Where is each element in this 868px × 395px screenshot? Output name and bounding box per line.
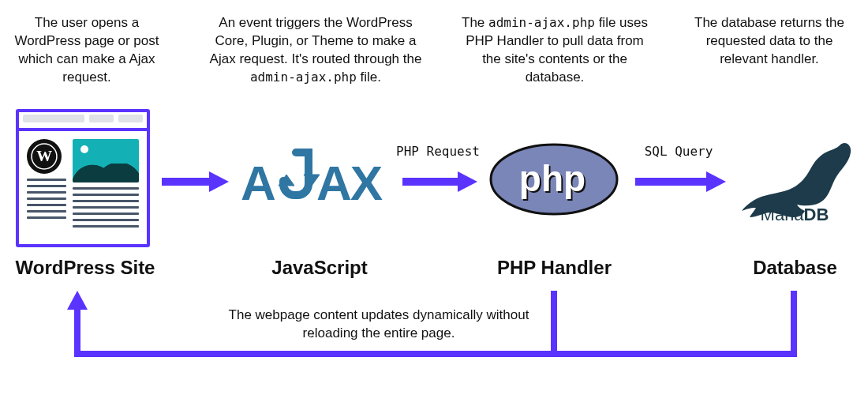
svg-marker-16 — [706, 171, 726, 192]
svg-text:AX: AX — [316, 156, 383, 210]
svg-marker-14 — [458, 171, 477, 192]
ajax-flow-diagram: The user opens a WordPress page or post … — [0, 0, 868, 395]
browser-window-icon: W — [16, 109, 150, 247]
arrow-wp-to-js — [162, 170, 229, 194]
svg-text:php: php — [519, 158, 586, 199]
wordpress-site-node: W — [16, 107, 150, 249]
svg-marker-21 — [67, 291, 88, 310]
description-javascript-code: admin-ajax.php — [250, 70, 357, 85]
feedback-path — [69, 291, 844, 370]
text-lines-icon — [73, 187, 139, 228]
feedback-arrow-icon — [69, 291, 844, 370]
arrow-right-icon — [402, 170, 477, 194]
node-title-php: PHP Handler — [489, 257, 619, 279]
browser-tab-bar — [19, 112, 147, 131]
description-javascript: An event triggers the WordPress Core, Pl… — [205, 14, 426, 87]
wordpress-icon: W — [27, 139, 62, 174]
php-icon: php php — [489, 142, 619, 217]
arrow-label-sql-query: SQL Query — [639, 144, 718, 159]
arrow-label-php-request: PHP Request — [395, 144, 481, 159]
description-javascript-text-pre: An event triggers the WordPress Core, Pl… — [210, 15, 422, 66]
svg-text:A: A — [241, 156, 275, 210]
php-node: php php — [489, 118, 619, 241]
image-placeholder-icon — [73, 139, 139, 182]
svg-text:MariaDB: MariaDB — [761, 205, 829, 224]
description-php: The admin-ajax.php file uses PHP Handler… — [456, 14, 653, 87]
mariadb-icon: MariaDB — [738, 137, 852, 224]
text-lines-icon — [27, 179, 66, 219]
node-title-javascript: JavaScript — [260, 257, 379, 279]
ajax-node: A AX — [241, 118, 391, 241]
svg-marker-12 — [209, 171, 229, 192]
description-wordpress: The user opens a WordPress page or post … — [8, 14, 166, 87]
arrow-right-icon — [162, 170, 229, 194]
node-title-wordpress: WordPress Site — [14, 257, 156, 279]
arrow-right-icon — [635, 170, 726, 194]
mariadb-node: MariaDB — [738, 118, 852, 241]
description-php-code: admin-ajax.php — [488, 15, 595, 30]
description-php-text-pre: The — [462, 15, 488, 30]
arrow-js-to-php — [402, 170, 477, 194]
svg-text:W: W — [36, 147, 52, 164]
arrow-php-to-db — [635, 170, 726, 194]
node-title-database: Database — [738, 257, 852, 279]
description-javascript-text-post: file. — [361, 70, 381, 85]
description-database: The database returns the requested data … — [687, 14, 852, 69]
ajax-icon: A AX — [241, 145, 391, 216]
